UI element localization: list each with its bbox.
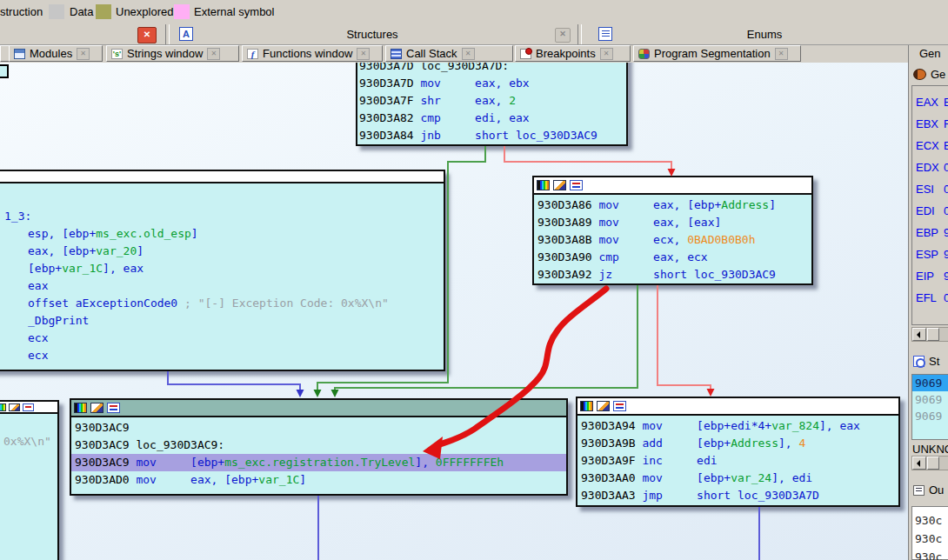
asm-line[interactable]: [ebp+var_1C], eax — [0, 260, 444, 277]
close-tab-icon[interactable] — [357, 48, 370, 60]
scroll-thumb[interactable] — [927, 457, 939, 470]
close-tab-icon[interactable] — [207, 48, 220, 60]
scroll-thumb[interactable] — [927, 328, 939, 341]
asm-line[interactable]: 930D3A92 jz short loc_930D3AC9 — [534, 266, 811, 283]
edit-icon[interactable] — [9, 403, 20, 411]
asm-line[interactable]: 930D3A7F shr eax, 2 — [357, 92, 626, 110]
panel-caption: Gen — [919, 47, 941, 60]
basic-block-exception-handler[interactable]: 1_3:esp, [ebp+ms_exc.old_esp]eax, [ebp+v… — [0, 170, 445, 371]
asm-line[interactable]: 930D3A9B add [ebp+Address], 4 — [577, 435, 898, 452]
tab-strings-window[interactable]: 's' Strings window — [106, 45, 239, 62]
register-row[interactable]: EBP9 — [912, 222, 948, 243]
asm-line[interactable]: offset aExceptionCode0 ; "[-] Exception … — [0, 295, 444, 312]
asm-line[interactable]: 930D3AD0 mov eax, [ebp+var_1C] — [71, 471, 566, 489]
basic-block-930D3A86[interactable]: 930D3A86 mov eax, [ebp+Address]930D3A89 … — [532, 176, 813, 285]
tab-functions-window[interactable]: f Functions window — [242, 45, 383, 62]
output-line[interactable]: 930c — [915, 530, 948, 548]
asm-line[interactable]: eax, [ebp+var_20] — [0, 243, 444, 260]
palette-icon[interactable] — [0, 403, 6, 411]
legend-swatch-external — [174, 4, 190, 19]
stack-view-header[interactable]: St — [913, 355, 939, 368]
band-icon[interactable] — [613, 401, 626, 411]
legend-label-data: Data — [70, 5, 93, 18]
asm-line[interactable]: 930D3A94 mov [ebp+edi*4+var_824], eax — [577, 417, 898, 435]
general-registers-tab[interactable]: Ge — [913, 68, 945, 81]
palette-icon[interactable] — [580, 401, 593, 411]
tab-program-segmentation[interactable]: Program Segmentation — [633, 45, 801, 62]
asm-line[interactable]: 930D3AA0 mov [ebp+var_24], edi — [577, 470, 898, 487]
stack-scrollbar[interactable] — [911, 456, 948, 470]
asm-line[interactable]: 930D3A86 mov eax, [ebp+Address] — [534, 197, 811, 214]
register-row[interactable]: EIP9 — [912, 265, 948, 287]
asm-line[interactable]: 930D3A90 cmp eax, ecx — [534, 249, 811, 266]
palette-icon[interactable] — [537, 180, 550, 190]
right-dock-panel: Gen Ge EAXEEBXFECXEEDX0ESI0EDI0EBP9ESP9E… — [908, 45, 948, 560]
tab-program-segmentation-label: Program Segmentation — [654, 47, 771, 60]
asm-line[interactable]: 930D3AC9 mov [ebp+ms_exc.registration.Tr… — [71, 454, 566, 471]
band-icon[interactable] — [570, 180, 583, 190]
tab-modules[interactable]: Modules — [9, 45, 103, 62]
basic-block-930D3A7D[interactable]: 930D3A7D loc_930D3A7D:930D3A7D mov eax, … — [356, 63, 628, 146]
functions-icon: f — [247, 49, 258, 59]
basic-block-cut-left[interactable]: 0x%X\n" — [0, 400, 59, 560]
scroll-left-icon[interactable] — [912, 457, 926, 470]
asm-line[interactable]: 930D3A89 mov eax, [eax] — [534, 214, 811, 231]
asm-line[interactable]: 930D3A9F inc edi — [577, 452, 898, 470]
register-row[interactable]: ECXE — [912, 135, 948, 157]
output-window-header[interactable]: Ou — [913, 483, 944, 497]
tab-breakpoints[interactable]: Breakpoints — [515, 45, 631, 62]
output-window-icon — [913, 485, 925, 496]
edit-icon[interactable] — [90, 403, 103, 413]
close-tab-icon[interactable] — [775, 48, 788, 60]
asm-line[interactable] — [0, 416, 57, 433]
edit-icon[interactable] — [553, 180, 566, 190]
asm-line[interactable]: 930D3AC9 — [71, 419, 566, 437]
close-pane-icon[interactable] — [137, 27, 157, 43]
asm-line[interactable]: 930D3AA3 jmp short loc_930D3A7D — [577, 487, 898, 504]
graph-view[interactable]: 930D3A7D loc_930D3A7D:930D3A7D mov eax, … — [0, 63, 908, 560]
asm-line[interactable] — [0, 190, 444, 208]
register-row[interactable]: ESP9 — [912, 243, 948, 265]
stack-row[interactable]: 9069 — [912, 408, 948, 424]
asm-line[interactable]: 930D3A7D mov eax, ebx — [357, 75, 626, 92]
asm-line[interactable]: eax — [0, 277, 444, 295]
stack-row[interactable]: 9069 — [912, 375, 948, 391]
asm-line[interactable]: 930D3A84 jnb short loc_930D3AC9 — [357, 127, 626, 144]
band-icon[interactable] — [23, 403, 34, 411]
basic-block-930D3AC9[interactable]: 930D3AC9930D3AC9 loc_930D3AC9:930D3AC9 m… — [70, 398, 568, 496]
register-row[interactable]: EDX0 — [912, 157, 948, 178]
close-tab-icon[interactable] — [462, 48, 475, 60]
band-icon[interactable] — [107, 403, 120, 413]
close-tab-icon[interactable] — [600, 48, 613, 60]
tab-structures[interactable]: A Structures — [169, 24, 576, 44]
legend-swatch-data — [49, 4, 64, 19]
tab-enums[interactable]: Enums — [581, 24, 948, 44]
asm-line[interactable]: _DbgPrint — [0, 312, 444, 330]
register-row[interactable]: EBXF — [912, 113, 948, 135]
asm-line[interactable]: 930D3AC9 loc_930D3AC9: — [71, 437, 566, 454]
asm-line[interactable]: 930D3A7D loc_930D3A7D: — [357, 63, 626, 75]
scroll-left-icon[interactable] — [912, 328, 926, 341]
close-tab-icon[interactable] — [555, 28, 571, 43]
close-tab-icon[interactable] — [77, 48, 90, 60]
registers-scrollbar[interactable] — [911, 327, 948, 342]
asm-line[interactable]: 0x%X\n" — [0, 433, 57, 450]
edit-icon[interactable] — [597, 401, 610, 411]
register-row[interactable]: EFL0 — [912, 287, 948, 309]
register-row[interactable]: EAXE — [912, 91, 948, 113]
basic-block-930D3A94[interactable]: 930D3A94 mov [ebp+edi*4+var_824], eax930… — [576, 397, 900, 507]
asm-line[interactable]: esp, [ebp+ms_exc.old_esp] — [0, 225, 444, 243]
register-row[interactable]: EDI0 — [912, 200, 948, 222]
stack-row[interactable]: 9069 — [912, 391, 948, 408]
register-row[interactable]: ESI0 — [912, 178, 948, 200]
asm-line[interactable]: ecx — [0, 330, 444, 347]
asm-line[interactable]: 930D3A8B mov ecx, 0BAD0B0B0h — [534, 231, 811, 249]
output-line[interactable]: 930c — [915, 511, 948, 530]
asm-line[interactable]: 930D3A82 cmp edi, eax — [357, 110, 626, 127]
palette-icon[interactable] — [74, 403, 87, 413]
tab-cut-left[interactable] — [0, 24, 165, 44]
tab-call-stack[interactable]: Call Stack — [385, 45, 513, 62]
asm-line[interactable]: 1_3: — [0, 208, 444, 225]
output-line[interactable]: 930c — [915, 548, 948, 560]
asm-line[interactable]: ecx — [0, 347, 444, 364]
